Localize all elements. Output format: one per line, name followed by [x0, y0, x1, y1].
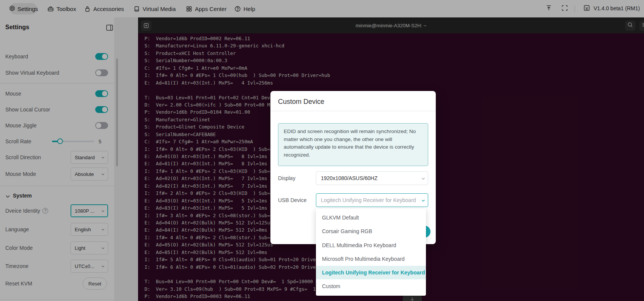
- dropdown-option[interactable]: DELL Multimedia Pro Keyboard: [316, 238, 426, 252]
- chevron-down-icon: [421, 176, 425, 180]
- dialog-title: Custom Device: [278, 98, 324, 106]
- usb-device-select[interactable]: Logitech Unifying Receiver for Keyboard: [316, 193, 428, 207]
- edid-sync-info-alert: EDID and screen recognition will remain …: [278, 123, 428, 166]
- display-select[interactable]: 1920x1080/ASUS/60HZ: [316, 171, 428, 185]
- chevron-down-icon: [421, 198, 425, 202]
- usb-device-dropdown: GLKVM Default Corsair Gaming RGB DELL Mu…: [316, 209, 426, 296]
- dropdown-option[interactable]: Custom: [316, 279, 426, 293]
- usb-device-label: USB Device: [278, 193, 306, 207]
- dropdown-option[interactable]: Microsoft Pro Multimedia Keyboard: [316, 252, 426, 266]
- display-select-value: 1920x1080/ASUS/60HZ: [321, 175, 377, 181]
- dropdown-option[interactable]: Logitech Unifying Receiver for Keyboard: [316, 266, 426, 279]
- usb-device-select-value: Logitech Unifying Receiver for Keyboard: [321, 197, 416, 203]
- dropdown-option[interactable]: Corsair Gaming RGB: [316, 224, 426, 238]
- dropdown-option[interactable]: GLKVM Default: [316, 211, 426, 224]
- display-label: Display: [278, 171, 295, 185]
- dialog-title-divider: [270, 111, 436, 111]
